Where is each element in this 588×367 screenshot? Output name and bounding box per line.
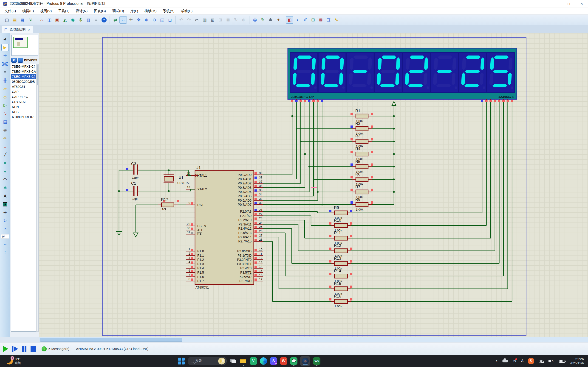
resistor-R3[interactable]: R31.00k — [352, 134, 372, 148]
source-code-tab-button[interactable]: ▥ — [85, 16, 92, 24]
help-button[interactable]: ? — [100, 16, 108, 24]
wire-label-mode-button[interactable]: LBL — [1, 60, 9, 67]
project-notes-tab-button[interactable]: ≡ — [93, 16, 100, 24]
tab-close-icon[interactable]: ✕ — [27, 28, 31, 31]
resistor-R1[interactable]: R11.00k — [352, 109, 372, 123]
task-view-icon[interactable] — [229, 357, 237, 365]
text-script-mode-button[interactable]: ≡ — [1, 69, 9, 76]
onedrive-icon[interactable] — [502, 360, 508, 362]
toggle-grid-button[interactable]: ∷ — [120, 16, 127, 24]
design-explorer-tab-button[interactable]: ◉ — [69, 16, 77, 24]
terminal-mode-button[interactable]: ◇ — [1, 94, 9, 100]
taskbar-search[interactable]: 搜索 — [188, 357, 227, 365]
maximize-button[interactable]: □ — [562, 0, 575, 8]
sogou-input-icon[interactable]: S — [528, 358, 534, 364]
menu-edit[interactable]: 编辑(E) — [19, 8, 37, 14]
copy-button[interactable]: ▥ — [201, 16, 208, 24]
device-item[interactable]: 7SEG-MPX8-CA — [11, 69, 36, 74]
schematic-overview[interactable] — [11, 35, 38, 56]
pcb-layout-tab-button[interactable]: ▣ — [53, 16, 61, 24]
message-count[interactable]: 5 Message(s) — [48, 347, 69, 351]
add-sheet-button[interactable]: ⊞ — [309, 16, 317, 24]
resistor-R11[interactable]: R111.00k — [331, 231, 351, 245]
pause-button[interactable] — [21, 345, 27, 353]
resistor-R4[interactable]: R41.00k — [352, 147, 372, 161]
flip-vertical-button[interactable]: ↕ — [1, 249, 9, 256]
2d-circle-mode-button[interactable]: ● — [1, 168, 9, 175]
resistor-R10[interactable]: R101.00k — [331, 218, 351, 232]
device-item[interactable]: AT89C51 — [11, 84, 36, 89]
resistor-R8[interactable]: R81.00k — [352, 197, 372, 211]
resistor-R6[interactable]: R61.00k — [352, 172, 372, 186]
zoom-extents-button[interactable]: ◻ — [166, 16, 174, 24]
device-item[interactable]: RT0805DRE07 — [11, 115, 36, 119]
remove-sheet-button[interactable]: ⊠ — [317, 16, 325, 24]
home-tab-button[interactable]: ⌂ — [38, 16, 45, 24]
app-v-icon[interactable]: V — [250, 357, 257, 365]
refresh-button[interactable]: ⇄ — [112, 16, 119, 24]
property-tool-button[interactable]: ✐ — [302, 16, 309, 24]
tab-schematic-capture[interactable]: ◫ 原理图绘制 ✕ — [2, 26, 33, 33]
menu-view[interactable]: 视图(V) — [37, 8, 55, 14]
device-item[interactable]: 0805CG220J9B — [11, 79, 36, 84]
block-delete-button[interactable]: ⊗ — [240, 16, 247, 24]
menu-tools[interactable]: 工具(T) — [55, 8, 73, 14]
wps-office-icon[interactable]: W — [280, 357, 287, 365]
virtual-instruments-mode-button[interactable]: ◒ — [1, 143, 9, 150]
find-component-button[interactable]: ⌖ — [294, 16, 301, 24]
block-copy-button[interactable]: ⊞ — [216, 16, 224, 24]
goto-sheet-button[interactable]: ⇶ — [325, 16, 332, 24]
pan-button[interactable]: ✥ — [135, 16, 142, 24]
schematic-capture-tab-button[interactable]: ◫ — [46, 16, 53, 24]
generator-mode-button[interactable]: ◉ — [1, 127, 9, 133]
menu-design[interactable]: 设计(N) — [73, 8, 91, 14]
stop-button[interactable] — [30, 345, 37, 353]
paste-button[interactable]: ▧ — [209, 16, 216, 24]
schematic-canvas[interactable]: ABCDEFG DP12345678R11.00kR21.00kR31.00kR… — [39, 33, 588, 337]
crystal-X1[interactable]: X1CRYSTAL — [164, 169, 190, 192]
voltage-probe-mode-button[interactable]: ✑ — [1, 135, 9, 142]
import-project-button[interactable]: ⇲ — [27, 16, 34, 24]
resistor-R2[interactable]: R21.00k — [352, 121, 372, 135]
resistor-R9[interactable]: R91.00k — [331, 206, 351, 219]
zoom-area-button[interactable]: ◱ — [158, 16, 166, 24]
sync-icon[interactable]: ↻ — [513, 359, 516, 364]
device-item[interactable]: NPN — [11, 104, 36, 109]
rotate-clockwise-button[interactable]: ↻ — [1, 217, 9, 224]
zoom-in-button[interactable]: ⊕ — [143, 16, 150, 24]
menu-debug[interactable]: 调试(D) — [109, 8, 127, 14]
weather-widget[interactable]: 1 8°C 晴朗 — [6, 357, 21, 365]
decompose-button[interactable]: ✦ — [275, 16, 282, 24]
property-assign-button[interactable]: ✎ — [259, 16, 267, 24]
device-item[interactable]: CAP — [11, 89, 36, 94]
open-project-button[interactable]: ▤ — [11, 16, 18, 24]
resistor-R13[interactable]: R131.00k — [331, 256, 351, 270]
save-project-button[interactable]: ▦ — [19, 16, 26, 24]
flip-horizontal-button[interactable]: ↔ — [1, 240, 9, 247]
start-button[interactable] — [178, 358, 185, 365]
device-item[interactable]: CAP-ELEC — [11, 94, 36, 99]
2d-line-mode-button[interactable]: ╱ — [1, 151, 9, 158]
zoom-out-button[interactable]: ⊖ — [151, 16, 158, 24]
device-item[interactable]: 7SEG-MPX1-C( — [11, 64, 36, 69]
resistor-R15[interactable]: R151.00k — [331, 282, 351, 295]
ai-app-icon[interactable]: SAI — [270, 357, 277, 365]
block-move-button[interactable]: ⊠ — [225, 16, 232, 24]
play-button[interactable] — [2, 345, 9, 353]
device-item[interactable]: RES — [11, 109, 36, 115]
resistor-R17[interactable]: R1710k — [136, 198, 186, 232]
2d-symbol-mode-button[interactable]: S — [1, 201, 9, 208]
resistor-R5[interactable]: R51.00k — [352, 159, 372, 173]
resistor-R16[interactable]: R161.00k — [331, 294, 351, 308]
wifi-icon[interactable] — [538, 359, 544, 363]
resistor-R14[interactable]: R141.00k — [331, 269, 351, 283]
input-method-indicator[interactable]: A — [521, 359, 523, 363]
selection-mode-button[interactable]: ➤ — [1, 36, 9, 43]
bill-of-materials-tab-button[interactable]: $ — [77, 16, 84, 24]
origin-button[interactable]: ✛ — [127, 16, 135, 24]
menu-system[interactable]: 系统(Y) — [160, 8, 178, 14]
w5-app-icon[interactable]: W5 — [313, 357, 320, 365]
battery-icon[interactable] — [559, 360, 565, 363]
bus-mode-button[interactable]: ╫ — [1, 77, 9, 84]
step-button[interactable] — [11, 345, 18, 353]
